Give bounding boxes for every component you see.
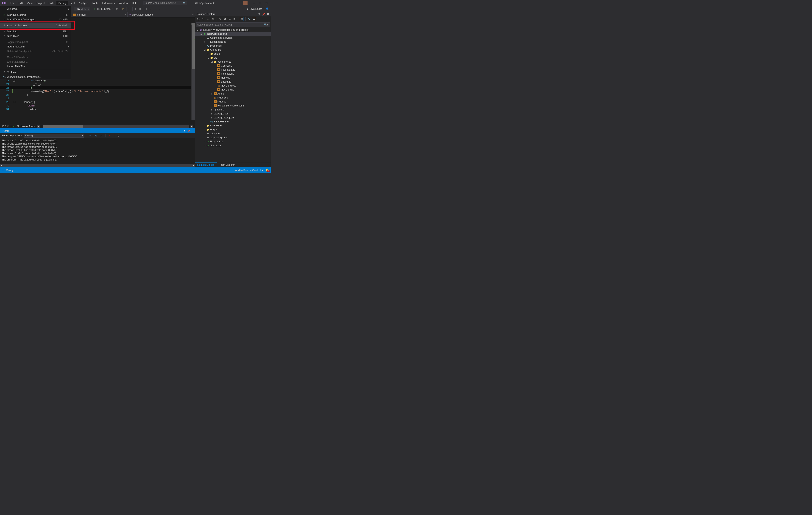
output-hscrollbar[interactable]: ◀▶ — [0, 164, 195, 167]
tree-item-components[interactable]: 📁components — [195, 60, 271, 64]
solution-explorer-title[interactable]: Solution Explorer ▼ 📌 ✕ — [195, 12, 271, 17]
refresh-icon[interactable]: ⟳ — [115, 7, 119, 11]
tree-item-dependencies[interactable]: ▪Dependencies — [195, 40, 271, 44]
tree-item-index-css[interactable]: ▤index.css — [195, 96, 271, 100]
scroll-left-arrow[interactable]: ◀ — [37, 125, 40, 128]
menu-item-import-datatips-[interactable]: Import DataTips ... — [0, 64, 71, 68]
output-icon4[interactable]: ✖ — [108, 133, 112, 138]
tree-item-layout-js[interactable]: JSLayout.js — [195, 80, 271, 84]
menu-debug[interactable]: Debug — [56, 1, 68, 5]
platform-dropdown[interactable]: Any CPU — [74, 7, 90, 11]
refresh-icon[interactable]: ↻ — [218, 17, 222, 21]
tree-item-properties[interactable]: 🔧Properties — [195, 44, 271, 48]
menu-analyze[interactable]: Analyze — [77, 1, 90, 5]
tree-item-app-js[interactable]: JSApp.js — [195, 92, 271, 96]
tree-item-program-cs[interactable]: C#Program.cs — [195, 140, 271, 144]
run-button[interactable]: ▶IIS Express▾ — [93, 7, 115, 11]
horizontal-scrollbar[interactable] — [43, 125, 189, 128]
menu-build[interactable]: Build — [47, 1, 56, 5]
menu-tools[interactable]: Tools — [90, 1, 100, 5]
tree-item-pages[interactable]: 📁Pages — [195, 128, 271, 131]
maximize-button[interactable]: ❐ — [259, 2, 261, 4]
outdent-icon[interactable]: ≡ — [138, 7, 142, 11]
menu-project[interactable]: Project — [34, 1, 47, 5]
forward-icon[interactable]: ◯ — [201, 17, 205, 21]
tree-item-startup-cs[interactable]: C#Startup.cs — [195, 144, 271, 148]
user-avatar[interactable] — [243, 1, 248, 5]
dropdown-icon[interactable]: ▼ — [258, 12, 261, 16]
tree-item-fibonacci-js[interactable]: JSFibonacci.js — [195, 72, 271, 76]
tree-item-fetchdata-js[interactable]: JSFetchData.js — [195, 68, 271, 72]
tree-item-package-json[interactable]: 🗎package.json — [195, 112, 271, 116]
collapse-icon[interactable]: ▭ — [228, 17, 232, 21]
tree-item-connected-services[interactable]: ☁Connected Services — [195, 36, 271, 40]
toggle-wrap-icon[interactable]: ↹ — [93, 133, 98, 138]
preview-icon[interactable]: ▤ — [240, 17, 244, 21]
scroll-right-arrow[interactable]: ▶ — [191, 125, 193, 128]
back-icon[interactable]: ◯ — [196, 17, 200, 21]
tree-item-appsettings-json[interactable]: 🗎appsettings.json — [195, 135, 271, 140]
close-button[interactable]: ✕ — [265, 2, 268, 4]
tree-item-index-js[interactable]: JSindex.js — [195, 100, 271, 104]
output-title-bar[interactable]: Output ▼ 📌 ✕ — [0, 129, 195, 133]
vertical-scrollbar[interactable] — [192, 23, 195, 120]
live-share-button[interactable]: ⇪ Live Share 👤 — [246, 7, 269, 10]
scope-dropdown[interactable]: JSbonacci — [72, 12, 128, 17]
dropdown-icon[interactable]: ▼ — [183, 130, 185, 132]
tree-item-webapplication2[interactable]: ▦WebApplication2 — [195, 32, 271, 36]
menu-file[interactable]: File — [8, 1, 17, 5]
solution-tree[interactable]: ▣Solution 'WebApplication2' (1 of 1 proj… — [195, 28, 271, 163]
notifications-button[interactable]: 🔔2 — [265, 169, 269, 172]
tree-item-home-js[interactable]: JSHome.js — [195, 76, 271, 80]
tree-item--gitignore[interactable]: 🗎.gitignore — [195, 131, 271, 135]
menu-item-start-without-debugging[interactable]: ▷Start Without DebuggingCtrl+F5 — [0, 17, 71, 22]
menu-item-attach-to-process-[interactable]: ⚙Attach to Process...Ctrl+Alt+P — [0, 23, 71, 28]
output-source-dropdown[interactable]: Debug — [24, 133, 84, 138]
tree-item-controllers[interactable]: 📁Controllers — [195, 124, 271, 128]
menu-help[interactable]: Help — [130, 1, 139, 5]
tree-item-public[interactable]: 📁public — [195, 52, 271, 56]
menu-item-webapplication-properties-[interactable]: 🔧WebApplication2 Properties... — [0, 74, 71, 79]
menu-item-start-debugging[interactable]: ▶Start DebuggingF5 — [0, 12, 71, 17]
menu-item-step-into[interactable]: ↴Step IntoF11 — [0, 29, 71, 34]
feedback-icon[interactable]: 👤 — [265, 7, 269, 10]
home-icon[interactable]: ⌂ — [206, 17, 210, 21]
tree-item-navmenu-js[interactable]: JSNavMenu.js — [195, 88, 271, 92]
close-icon[interactable]: ✕ — [267, 12, 269, 16]
menu-item-options-[interactable]: ⚙Options... — [0, 70, 71, 74]
menu-window[interactable]: Window — [117, 1, 130, 5]
tab-team-explorer[interactable]: Team Explorer — [217, 163, 237, 167]
menu-test[interactable]: Test — [68, 1, 77, 5]
pin-icon[interactable]: 📌 — [187, 130, 190, 132]
menu-extensions[interactable]: Extensions — [100, 1, 117, 5]
tree-item-package-lock-json[interactable]: 🗎package-lock.json — [195, 116, 271, 120]
tab-solution-explorer[interactable]: Solution Explorer — [195, 162, 217, 167]
indent-icon[interactable]: ≡ — [134, 7, 138, 11]
menu-item-step-over[interactable]: ↷Step OverF10 — [0, 34, 71, 38]
tree-item-navmenu-css[interactable]: ▤NavMenu.css — [195, 84, 271, 88]
clear-output-icon[interactable]: ≡ — [88, 133, 92, 138]
tree-item-solution-webapplication2-1-of-1-project-[interactable]: ▣Solution 'WebApplication2' (1 of 1 proj… — [195, 28, 271, 32]
source-control-button[interactable]: Add to Source Control ▲ — [235, 169, 264, 172]
tree-item-counter-js[interactable]: JSCounter.js — [195, 64, 271, 68]
menu-view[interactable]: View — [25, 1, 34, 5]
minimize-button[interactable]: ─ — [252, 2, 255, 4]
tree-item--gitignore[interactable]: 🗎.gitignore — [195, 108, 271, 112]
global-search-input[interactable]: Search Visual Studio (Ctrl+Q) 🔍 — [143, 1, 187, 5]
step-icon[interactable]: ↪ — [127, 7, 132, 11]
properties-icon[interactable]: 🔧 — [247, 17, 251, 21]
show-all-icon[interactable]: ▦ — [232, 17, 236, 21]
menu-item-windows[interactable]: Windows▶ — [0, 7, 71, 11]
output-icon5[interactable]: ⎙ — [116, 133, 121, 138]
zoom-dropdown-icon[interactable]: ▾ — [10, 125, 11, 127]
tree-item-registerserviceworker-js[interactable]: JSregisterServiceWorker.js — [195, 104, 271, 108]
output-text[interactable]: The thread 0xcb00 has exited with code 0… — [0, 138, 195, 164]
menu-item-new-breakpoint[interactable]: New Breakpoint▶ — [0, 44, 71, 49]
tree-item-readme-md[interactable]: M↓README.md — [195, 120, 271, 124]
pin-icon[interactable]: 📌 — [262, 12, 265, 16]
menu-edit[interactable]: Edit — [17, 1, 25, 5]
close-panel-icon[interactable]: ✕ — [192, 130, 193, 132]
member-dropdown[interactable]: ◈calculateFibonacci — [128, 12, 195, 17]
split-handle[interactable] — [192, 23, 195, 25]
output-icon3[interactable]: ⇄ — [99, 133, 104, 138]
